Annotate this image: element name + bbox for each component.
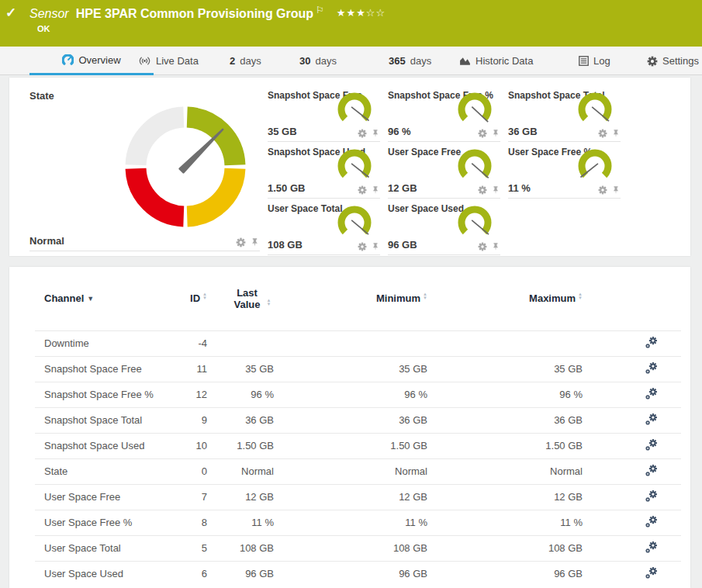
channel-table: Channel▼ ID▲▼ Last Value▲▼ Minimum▲▼ Max… <box>35 267 681 586</box>
channel-settings-gears-icon[interactable] <box>645 387 658 400</box>
channel-settings-gears-icon[interactable] <box>645 413 658 426</box>
channel-settings-gears-icon[interactable] <box>645 361 658 375</box>
gear-icon[interactable] <box>478 129 487 138</box>
channel-last-value: 108 GB <box>207 535 274 561</box>
pin-icon[interactable] <box>371 242 380 251</box>
gauge-value: 11 % <box>508 182 531 194</box>
log-icon <box>579 56 589 66</box>
channel-name: State <box>35 458 159 484</box>
channel-settings-gears-icon[interactable] <box>645 489 658 503</box>
pin-icon[interactable] <box>250 237 260 247</box>
tab-overview[interactable]: Overview <box>29 47 154 75</box>
column-header-maximum[interactable]: Maximum▲▼ <box>427 267 583 330</box>
channel-maximum: 11 % <box>427 510 583 535</box>
tab-settings[interactable]: Settings <box>647 47 699 75</box>
gauge-title: User Space Free <box>388 147 461 157</box>
gear-icon[interactable] <box>478 242 487 251</box>
channel-settings-gears-icon[interactable] <box>645 336 658 349</box>
pin-icon[interactable] <box>371 185 380 195</box>
channel-name: Snapshot Space Total <box>35 407 159 433</box>
tab-settings-label: Settings <box>662 55 699 67</box>
column-header-last-value[interactable]: Last Value▲▼ <box>207 267 274 330</box>
pin-icon[interactable] <box>491 129 500 138</box>
pin-icon[interactable] <box>491 185 500 195</box>
channel-id: 6 <box>159 561 207 586</box>
channel-last-value: 11 % <box>207 510 274 535</box>
pin-icon[interactable] <box>611 129 621 138</box>
gauge-value: Normal <box>29 235 64 247</box>
channel-last-value: 96 % <box>207 382 274 407</box>
historic-chart-icon <box>459 56 471 66</box>
tab-overview-label: Overview <box>78 54 120 66</box>
gauge-tile-snapshot-space-total: Snapshot Space Total 36 GB <box>508 85 621 142</box>
tab-bar: Overview Live Data 2 days 30 days 365 da… <box>0 47 702 75</box>
channel-maximum: 36 GB <box>427 407 583 433</box>
pin-icon[interactable] <box>491 242 500 251</box>
table-row: User Space Total 5 108 GB 108 GB 108 GB <box>35 535 681 561</box>
channel-minimum: 96 % <box>274 382 427 407</box>
gauge-tile-state: State Normal <box>29 85 260 251</box>
gauge-value: 36 GB <box>508 126 538 137</box>
gauge-value: 96 % <box>388 126 411 137</box>
gear-icon <box>647 56 658 67</box>
table-row: State 0 Normal Normal Normal <box>35 458 681 484</box>
gear-icon[interactable] <box>598 185 607 195</box>
mini-gauge <box>576 147 614 182</box>
stars-empty[interactable]: ☆☆ <box>366 7 386 19</box>
gear-icon[interactable] <box>358 129 367 138</box>
priority-stars[interactable]: ★★★☆☆ <box>337 7 386 19</box>
channel-id: 9 <box>159 407 207 433</box>
gear-icon[interactable] <box>358 242 367 251</box>
status-badge: OK <box>37 24 50 33</box>
channel-maximum: 35 GB <box>427 356 583 382</box>
column-header-channel[interactable]: Channel▼ <box>35 267 159 330</box>
channel-settings-gears-icon[interactable] <box>645 515 658 528</box>
tab-30-days[interactable]: 30 days <box>299 47 337 75</box>
channel-name: Snapshot Space Free % <box>35 382 159 407</box>
gauge-value: 1.50 GB <box>268 182 305 194</box>
pin-icon[interactable] <box>371 129 380 138</box>
mini-gauge <box>335 90 374 126</box>
channel-maximum: 12 GB <box>427 484 583 510</box>
channel-id: 11 <box>159 356 207 382</box>
stars-filled[interactable]: ★★★ <box>337 7 366 19</box>
channel-id: 0 <box>159 458 207 484</box>
tab-30-days-number: 30 <box>299 55 310 67</box>
gauge-tile-user-space-free: User Space Free 12 GB <box>388 142 500 199</box>
sensor-header: ✓ SensorHPE 3PAR Common Provisioning Gro… <box>0 0 702 47</box>
table-row: Snapshot Space Total 9 36 GB 36 GB 36 GB <box>35 407 681 433</box>
channel-name: User Space Total <box>35 535 159 561</box>
column-header-id[interactable]: ID▲▼ <box>159 267 207 330</box>
channel-name: Snapshot Space Free <box>35 356 159 382</box>
tab-365-days[interactable]: 365 days <box>389 47 431 75</box>
gear-icon[interactable] <box>358 185 367 195</box>
tab-2-days-number: 2 <box>230 55 235 67</box>
channel-settings-gears-icon[interactable] <box>645 541 658 554</box>
sort-arrows-icon: ▲▼ <box>423 292 427 300</box>
tab-log[interactable]: Log <box>579 47 610 75</box>
gauge-value: 35 GB <box>268 126 297 137</box>
gear-icon[interactable] <box>478 185 487 195</box>
mini-gauge <box>455 90 494 126</box>
tab-live-data[interactable]: Live Data <box>138 47 199 75</box>
channel-settings-gears-icon[interactable] <box>645 464 658 477</box>
gear-icon[interactable] <box>236 237 246 247</box>
gear-icon[interactable] <box>598 129 607 138</box>
pin-icon[interactable] <box>611 185 621 195</box>
gauge-title: State <box>29 90 54 102</box>
tab-2-days[interactable]: 2 days <box>230 47 261 75</box>
channel-minimum: 1.50 GB <box>274 433 427 458</box>
priority-flag-icon[interactable]: ⚐ <box>316 5 324 16</box>
channel-id: 5 <box>159 535 207 561</box>
column-header-minimum[interactable]: Minimum▲▼ <box>274 267 427 330</box>
mini-gauge <box>455 203 494 239</box>
sensor-title: HPE 3PAR Common Provisioning Group <box>76 7 313 20</box>
channel-settings-gears-icon[interactable] <box>645 566 658 579</box>
gauge-tile-user-space-used: User Space Used 96 GB <box>388 199 500 255</box>
channel-last-value: 12 GB <box>207 484 274 510</box>
gauge-value: 12 GB <box>388 182 417 194</box>
tab-historic-data[interactable]: Historic Data <box>459 47 533 75</box>
channel-settings-gears-icon[interactable] <box>645 438 658 451</box>
channel-maximum: 1.50 GB <box>427 433 583 458</box>
table-row: User Space Used 6 96 GB 96 GB 96 GB <box>35 561 681 586</box>
